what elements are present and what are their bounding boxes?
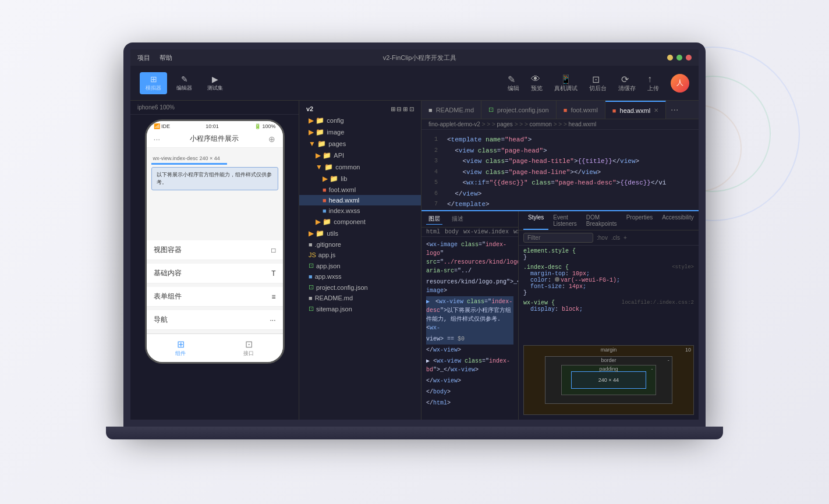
styles-tab-accessibility[interactable]: Accessibility [657, 211, 698, 230]
file-icon: ■ [309, 241, 313, 248]
filetree-pages[interactable]: ▼ 📁 pages [299, 138, 421, 150]
folder-icon: ▶ 📁 [309, 128, 324, 136]
filetree-app-js[interactable]: JS app.js [299, 250, 421, 260]
style-rule-index-desc: .index-desc { <style> margin-top: 10px; … [523, 264, 694, 296]
toolbar-cache-action[interactable]: ⟳ 清缓存 [618, 74, 636, 93]
styles-tab-events[interactable]: Event Listeners [548, 211, 582, 230]
styles-filter-hint-cls[interactable]: .cls [611, 235, 620, 241]
phone-nav-component[interactable]: ⊞ 组件 [147, 334, 215, 362]
menu-item-help[interactable]: 帮助 [160, 54, 172, 62]
filetree-project-config[interactable]: ⊡ project.config.json [299, 282, 421, 293]
dom-node-index-hd[interactable]: wx-view.index-hd [513, 229, 518, 235]
phone-status-bar: 📶 IDE 10:01 🔋 100% [147, 121, 283, 132]
filetree-index-wxss[interactable]: ■ index.wxss [299, 205, 421, 216]
filetree-root-label: v2 [306, 105, 313, 112]
styles-tab-breakpoints[interactable]: DOM Breakpoints [582, 211, 622, 230]
style-prop-display: display: block; [523, 306, 583, 313]
styles-filter: :hov .cls + [519, 230, 699, 246]
tab-more-button[interactable]: ··· [666, 105, 683, 115]
filetree-sitemap[interactable]: ⊡ sitemap.json [299, 303, 421, 314]
dom-node-path: html body wx-view.index wx-view.index-hd… [421, 228, 518, 237]
filetree-config[interactable]: ▶ 📁 config [299, 115, 421, 126]
toolbar-buttons: ⊞ 模拟器 ✎ 编辑器 ▶ 测试集 [140, 72, 229, 94]
toolbar-test-btn[interactable]: ▶ 测试集 [201, 72, 229, 94]
code-line-4: 4 <view class="page-head-line"></view> [421, 167, 699, 178]
phone-content: wx-view.index-desc 240 × 44 以下将展示小程序官方组件… [147, 148, 283, 237]
edit-icon: ✎ [508, 74, 519, 83]
phone-nav-interface[interactable]: ⊡ 接口 [215, 334, 283, 362]
filetree-lib[interactable]: ▶ 📁 lib [299, 173, 421, 184]
toolbar-simulator-btn[interactable]: ⊞ 模拟器 [140, 72, 167, 94]
styles-filter-input[interactable] [523, 233, 593, 243]
filetree-app-json[interactable]: ⊡ app.json [299, 260, 421, 271]
filetree-gitignore[interactable]: ■ .gitignore [299, 239, 421, 250]
user-avatar[interactable]: 人 [671, 74, 689, 93]
close-button[interactable] [686, 55, 692, 61]
box-model: margin 10 border - padding - [523, 345, 694, 415]
phone-frame: 📶 IDE 10:01 🔋 100% ··· 小程序组件展示 ⊕ wx-view… [145, 119, 285, 364]
phone-status-left: 📶 IDE [154, 123, 171, 129]
filetree-foot-wxml[interactable]: ■ foot.wxml [299, 184, 421, 195]
device-info: iphone6 100% [137, 104, 175, 111]
tab-head-wxml[interactable]: ■ head.wxml ✕ [605, 101, 666, 119]
wxss-file-icon: ■ [309, 273, 313, 280]
toolbar-device-action[interactable]: 📱 真机调试 [554, 74, 578, 93]
styles-tab-styles[interactable]: Styles [523, 211, 548, 230]
phone-section-view[interactable]: 视图容器 □ [147, 240, 283, 260]
toolbar-background-action[interactable]: ⊡ 切后台 [589, 74, 607, 93]
dom-line-2: resources/kind/logo.png">_</wx-image> [426, 276, 513, 296]
phone-section-nav[interactable]: 导航 ··· [147, 310, 283, 330]
upload-icon: ↑ [647, 74, 659, 83]
style-brace-close: } [523, 290, 527, 296]
json-file-icon: ⊡ [309, 305, 314, 313]
tab-close-icon[interactable]: ✕ [654, 107, 658, 113]
cache-icon: ⟳ [621, 74, 633, 83]
laptop-screen: 项目 帮助 v2-FinClip小程序开发工具 ⊞ 模拟器 [123, 42, 706, 427]
dom-tab-desc[interactable]: 描述 [449, 214, 466, 225]
titlebar-title: v2-FinClip小程序开发工具 [383, 54, 457, 62]
tab-readme[interactable]: ■ README.md [421, 101, 481, 119]
folder-icon: ▶ 📁 [316, 151, 331, 159]
phone-section-basic[interactable]: 基础内容 T [147, 264, 283, 283]
titlebar: 项目 帮助 v2-FinClip小程序开发工具 [130, 49, 699, 66]
filetree-head-wxml[interactable]: ■ head.wxml [299, 195, 421, 205]
toolbar-edit-action[interactable]: ✎ 编辑 [508, 74, 519, 93]
tab-project-config[interactable]: ⊡ project.config.json [481, 101, 557, 119]
menu-item-project[interactable]: 项目 [137, 54, 150, 62]
phone-app-title: 小程序组件展示 [190, 134, 239, 144]
styles-panel: Styles Event Listeners DOM Breakpoints P… [518, 211, 699, 420]
dom-node-html[interactable]: html [426, 229, 440, 235]
minimize-button[interactable] [667, 55, 673, 61]
toolbar-upload-action[interactable]: ↑ 上传 [647, 74, 659, 93]
filetree-utils[interactable]: ▶ 📁 utils [299, 228, 421, 239]
dom-line-3: ▶ <wx-view class="index-desc">以下将展示小程序官方… [426, 296, 513, 333]
maximize-button[interactable] [676, 55, 682, 61]
folder-icon: ▶ 📁 [323, 175, 338, 183]
breadcrumb: fino-applet-demo-v2 > pages > common > h… [421, 119, 699, 130]
styles-tab-properties[interactable]: Properties [622, 211, 658, 230]
tab-foot-wxml[interactable]: ■ foot.wxml [557, 101, 605, 119]
filetree-readme[interactable]: ■ README.md [299, 293, 421, 303]
code-editor[interactable]: 1 <template name="head"> 2 <view class="… [421, 130, 699, 210]
filetree-api[interactable]: ▶ 📁 API [299, 150, 421, 161]
filetree-common[interactable]: ▼ 📁 common [299, 161, 421, 173]
toolbar-preview-action[interactable]: 👁 预览 [531, 74, 543, 93]
phone-panel: iphone6 100% 📶 IDE 10:01 🔋 100% ··· 小程序组… [130, 101, 299, 420]
dom-tab-layer[interactable]: 图层 [426, 214, 442, 225]
toolbar-editor-btn[interactable]: ✎ 编辑器 [171, 72, 198, 94]
filetree-image[interactable]: ▶ 📁 image [299, 126, 421, 138]
folder-icon: ▶ 📁 [309, 116, 324, 125]
styles-filter-hint-hov[interactable]: :hov [597, 235, 608, 241]
phone-highlight-box: 以下将展示小程序官方组件能力，组件样式仅供参考。 [151, 167, 278, 190]
phone-section-form[interactable]: 表单组件 ≡ [147, 287, 283, 307]
styles-filter-hint-plus[interactable]: + [623, 235, 627, 241]
filetree-component[interactable]: ▶ 📁 component [299, 216, 421, 228]
code-line-3: 3 <view class="page-head-title">{{title}… [421, 156, 699, 167]
dom-node-body[interactable]: body [445, 229, 459, 235]
dom-line-1: <wx-image class="index-logo" src="../res… [426, 239, 513, 276]
filetree-app-wxss[interactable]: ■ app.wxss [299, 271, 421, 282]
laptop: 项目 帮助 v2-FinClip小程序开发工具 ⊞ 模拟器 [109, 42, 720, 462]
dom-node-index[interactable]: wx-view.index [463, 229, 509, 235]
phone-titlebar: ··· 小程序组件展示 ⊕ [147, 132, 283, 148]
dom-line-5: </wx-view> [426, 345, 513, 356]
